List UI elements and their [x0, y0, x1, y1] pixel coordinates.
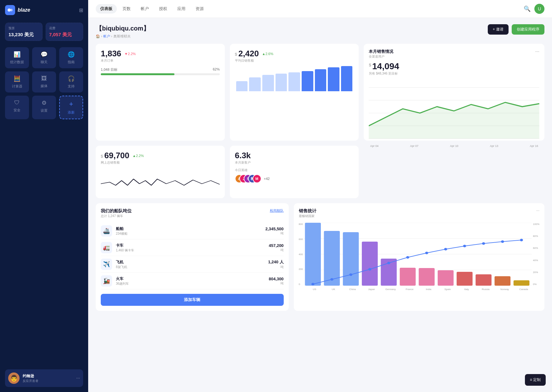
new-customers-card: 6.3k 本月新客户 今日英雄 A J S 韩 M +42: [230, 146, 359, 198]
settings-nav-icon: ⚙: [42, 99, 47, 106]
avg-change: ▲2.6%: [262, 52, 273, 56]
sales-stats-more[interactable]: ···: [536, 208, 539, 213]
sidebar-item-settings[interactable]: ⚙ 设置: [32, 96, 56, 119]
sales-amount: 14,094: [372, 61, 399, 71]
sales-note: 另有 $48,346 至目标: [369, 71, 539, 76]
sidebar-item-add[interactable]: + 添新: [59, 96, 83, 119]
expense-amount: 7,057 美元: [49, 32, 80, 37]
total-sales-change: ▲2.2%: [133, 154, 144, 158]
fleet-subtitle: 总计 1,247 辆车: [101, 214, 132, 218]
calc-icon: 🧮: [14, 75, 20, 82]
customers-value: 6.3k: [235, 151, 251, 160]
sales-currency: $: [369, 63, 371, 67]
svg-rect-20: [438, 270, 454, 286]
svg-point-1: [10, 9, 13, 11]
heroes-avatars: A J S 韩 M +42: [235, 174, 354, 183]
truck-icon: 🚛: [101, 242, 112, 253]
invite-button[interactable]: + 邀请: [488, 24, 509, 35]
calc-label: 计算器: [12, 84, 22, 89]
tab-account[interactable]: 帐户: [136, 4, 153, 14]
ship-sub: 234艘船: [116, 232, 262, 236]
create-app-button[interactable]: 创建应用程序: [512, 24, 544, 35]
svg-rect-23: [495, 276, 511, 286]
svg-point-25: [311, 283, 315, 285]
wavy-chart: [101, 168, 220, 193]
sales-card-title: 本月销售情况: [369, 49, 393, 54]
orders-label: 本月订单: [101, 59, 220, 63]
sales-card-sub: 全渠道用户: [369, 54, 393, 59]
tab-pages[interactable]: 页数: [118, 4, 135, 14]
tab-resources[interactable]: 资源: [191, 4, 208, 14]
fleet-item-plane: ✈️ 飞机 8架飞机 1,240 人 吨: [101, 256, 284, 273]
sales-stats-title-area: 销售统计 最畅销国家: [299, 208, 316, 218]
stats-label: 统计数据: [10, 60, 24, 64]
customers-header: 6.3k: [235, 151, 354, 160]
sales-stats-sub: 最畅销国家: [299, 214, 316, 218]
chat-icon: 💬: [41, 51, 48, 58]
sidebar-item-media[interactable]: 🖼 媒体: [32, 71, 56, 92]
target-pct: 62%: [213, 67, 220, 72]
sidebar-item-support[interactable]: 🎧 支持: [59, 71, 83, 92]
guide-label: 指南: [68, 60, 75, 64]
sales-stats-card: 销售统计 最畅销国家 ··· 800 600 400 200 0: [294, 203, 544, 311]
customize-button[interactable]: ≡ 定制: [525, 374, 546, 386]
monthly-sales-card: 本月销售情况 全渠道用户 ··· $ 14,094 另有 $48,346 至目标: [364, 44, 544, 141]
support-icon: 🎧: [68, 75, 75, 82]
sales-line-chart: Apr 04 Apr 07 Apr 10 Apr 13 Apr 16: [369, 79, 539, 136]
sidebar-item-stats[interactable]: 📊 统计数据: [5, 47, 29, 68]
page-title-area: 【biqubiqu.com】 🏠 › 帐户 › 奥斯维耶夫: [96, 24, 150, 39]
plane-unit: 吨: [268, 265, 283, 269]
plane-name: 飞机: [116, 260, 264, 265]
settings-icon[interactable]: ⊞: [79, 7, 83, 13]
sidebar-item-calc[interactable]: 🧮 计算器: [5, 71, 29, 92]
tab-dashboard[interactable]: 仪表板: [96, 4, 117, 14]
top-nav-right: 🔍 U: [524, 4, 544, 14]
page-header: 【biqubiqu.com】 🏠 › 帐户 › 奥斯维耶夫 + 邀请 创建应用程…: [96, 24, 544, 39]
budget-card: 预算 13,230 美元: [5, 23, 43, 41]
svg-point-27: [349, 273, 352, 276]
x-label-india: India: [419, 288, 438, 291]
sidebar-item-chat[interactable]: 💬 聊天: [32, 47, 56, 68]
top-user-avatar[interactable]: U: [534, 4, 544, 14]
stats-icon: 📊: [14, 51, 20, 58]
tab-apps[interactable]: 应用: [173, 4, 190, 14]
plane-sub: 8架飞机: [116, 265, 264, 269]
combined-svg: [304, 223, 532, 286]
heroes-section: 今日英雄 A J S 韩 M +42: [235, 168, 354, 183]
settings-label: 设置: [41, 108, 48, 113]
tab-auth[interactable]: 授权: [155, 4, 172, 14]
header-actions: + 邀请 创建应用程序: [488, 24, 544, 35]
breadcrumb-account[interactable]: 帐户: [103, 34, 110, 38]
add-vehicle-button[interactable]: 添加车辆: [101, 294, 284, 306]
total-currency: $: [101, 154, 103, 159]
x-label-uk: UK: [324, 288, 343, 291]
chart-with-axes: 800 600 400 200 0: [299, 223, 539, 287]
add-icon: +: [69, 100, 73, 108]
logo-icon: [5, 5, 15, 15]
avg-label: 平均日销售额: [235, 59, 354, 63]
total-sales-card: $ 69,700 ▲2.2% 网上总销售额: [96, 146, 225, 198]
user-avatar: 👨: [8, 372, 20, 384]
fleet-item-ship: 🚢 船舶 234艘船 2,345,500 吨: [101, 223, 284, 239]
line-chart-svg: [369, 79, 539, 143]
sales-more-icon[interactable]: ···: [535, 49, 539, 59]
truck-sub: 1,460 辆卡车: [116, 248, 265, 253]
svg-point-31: [425, 252, 428, 254]
x-label-spain: Spain: [438, 288, 457, 291]
train-value: 804,300: [269, 277, 284, 281]
svg-point-34: [482, 242, 485, 245]
svg-point-29: [387, 262, 390, 264]
svg-rect-14: [324, 231, 340, 286]
sidebar-item-security[interactable]: 🛡 安全: [5, 96, 29, 119]
more-icon[interactable]: ⋯: [76, 376, 80, 380]
x-label-canada: Canada: [514, 288, 533, 291]
plane-icon: ✈️: [101, 259, 112, 270]
y-axis-left: 800 600 400 200 0: [299, 223, 304, 286]
add-label: 添新: [68, 110, 75, 115]
sidebar-item-guide[interactable]: 🌐 指南: [59, 47, 83, 68]
search-icon[interactable]: 🔍: [524, 5, 531, 12]
train-sub: 36趟列车: [116, 282, 265, 286]
breadcrumb-sep2: ›: [111, 34, 113, 38]
sidebar-footer: 👨 约翰逊 反应开发者 ⋯: [5, 369, 83, 387]
fleet-link[interactable]: 检阅舰队: [270, 208, 284, 213]
